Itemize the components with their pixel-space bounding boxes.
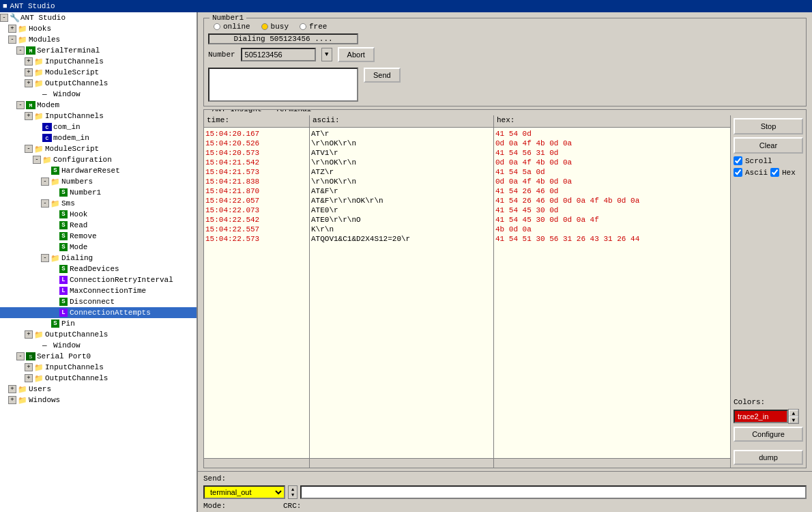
tree-expand-input-channels-2[interactable]: + bbox=[25, 112, 33, 120]
sidebar-item-serial-port0[interactable]: -SSerial Port0 bbox=[0, 351, 197, 362]
tree-expand-windows[interactable]: + bbox=[8, 396, 16, 404]
hex-row: 41 54 26 46 0d bbox=[495, 186, 729, 196]
sidebar-item-windows[interactable]: +📁Windows bbox=[0, 395, 197, 406]
sidebar-item-com-in[interactable]: Ccom_in bbox=[0, 122, 197, 132]
spinner-up[interactable]: ▲ bbox=[789, 410, 798, 416]
tree-label-com-in: com_in bbox=[53, 123, 81, 131]
tree-icon-serial-terminal: M bbox=[26, 46, 35, 55]
send-select-spinner[interactable]: ▲ ▼ bbox=[288, 485, 298, 499]
sidebar-item-window-1[interactable]: —Window bbox=[0, 89, 197, 100]
ascii-header: ascii: bbox=[310, 115, 493, 128]
sidebar-item-mode[interactable]: SMode bbox=[0, 242, 197, 253]
colors-spinner[interactable]: ▲ ▼ bbox=[788, 409, 799, 424]
clear-button[interactable]: Clear bbox=[734, 137, 803, 154]
sidebar-item-module-script-2[interactable]: -📁ModuleScript bbox=[0, 143, 197, 154]
tree-expand-output-channels-1[interactable]: + bbox=[25, 79, 33, 87]
sidebar-item-configuration[interactable]: -📁Configuration bbox=[0, 154, 197, 165]
tree-expand-ant-studio[interactable]: - bbox=[0, 14, 8, 22]
send-select[interactable]: terminal_out bbox=[203, 485, 285, 499]
tree-expand-users[interactable]: + bbox=[8, 385, 16, 393]
busy-label: busy bbox=[271, 23, 289, 31]
sidebar-item-read[interactable]: SRead bbox=[0, 220, 197, 231]
tree-expand-modules[interactable]: - bbox=[8, 35, 16, 44]
tree-label-number1: Number1 bbox=[70, 188, 101, 197]
tree-expand-numbers[interactable]: - bbox=[41, 177, 49, 186]
sidebar-item-input-channels-3[interactable]: +📁InputChannels bbox=[0, 362, 197, 373]
tree-expand-output-channels-3[interactable]: + bbox=[25, 374, 33, 382]
ascii-scrollbar[interactable] bbox=[310, 458, 493, 468]
tree-expand-serial-port0[interactable]: - bbox=[16, 352, 25, 360]
scroll-checkbox[interactable] bbox=[734, 156, 742, 165]
sidebar-item-dialing[interactable]: -📁Dialing bbox=[0, 253, 197, 264]
sidebar-item-hooks[interactable]: +📁Hooks bbox=[0, 23, 197, 34]
spinner-down[interactable]: ▼ bbox=[789, 416, 798, 423]
sidebar-item-modem[interactable]: -MModem bbox=[0, 100, 197, 111]
sidebar-item-serial-terminal[interactable]: -MSerialTerminal bbox=[0, 45, 197, 56]
time-row: 15:04:21.838 bbox=[205, 177, 308, 186]
sidebar-item-connection-attempts[interactable]: LConnectionAttempts bbox=[0, 307, 197, 318]
ascii-checkbox[interactable] bbox=[734, 168, 742, 177]
tree-expand-configuration[interactable]: - bbox=[33, 156, 41, 164]
time-row: 15:04:22.057 bbox=[205, 196, 308, 205]
tree-expand-input-channels-1[interactable]: + bbox=[25, 57, 33, 66]
configure-button[interactable]: Configure bbox=[734, 427, 803, 442]
sidebar-item-input-channels-1[interactable]: +📁InputChannels bbox=[0, 56, 197, 67]
sidebar-item-output-channels-1[interactable]: +📁OutputChannels bbox=[0, 78, 197, 89]
sidebar-item-remove[interactable]: SRemove bbox=[0, 231, 197, 242]
time-scrollbar[interactable] bbox=[204, 458, 309, 468]
sidebar-item-read-devices[interactable]: SReadDevices bbox=[0, 264, 197, 274]
tree-expand-dialing[interactable]: - bbox=[41, 254, 49, 262]
sidebar-item-disconnect[interactable]: SDisconnect bbox=[0, 296, 197, 307]
sidebar-item-max-connection[interactable]: LMaxConnectionTime bbox=[0, 285, 197, 296]
sidebar-item-number1[interactable]: SNumber1 bbox=[0, 187, 197, 198]
dump-button[interactable]: dump bbox=[734, 450, 803, 465]
tree-expand-modem[interactable]: - bbox=[16, 101, 25, 109]
tree-icon-module-script-2: 📁 bbox=[34, 144, 44, 154]
tree-icon-window-2: — bbox=[42, 341, 52, 350]
tree-label-serial-terminal: SerialTerminal bbox=[37, 46, 100, 55]
tree-expand-module-script-1[interactable]: + bbox=[25, 68, 33, 76]
sidebar-item-ant-studio[interactable]: -🔧ANT Studio bbox=[0, 12, 197, 23]
tree-expand-module-script-2[interactable]: - bbox=[25, 145, 33, 153]
sidebar-item-module-script-1[interactable]: +📁ModuleScript bbox=[0, 67, 197, 78]
sidebar-item-numbers[interactable]: -📁Numbers bbox=[0, 176, 197, 187]
sidebar-item-users[interactable]: +📁Users bbox=[0, 384, 197, 395]
sidebar-item-sms[interactable]: -📁Sms bbox=[0, 198, 197, 209]
tree-expand-sms[interactable]: - bbox=[41, 199, 49, 208]
sidebar-item-input-channels-2[interactable]: +📁InputChannels bbox=[0, 111, 197, 122]
sidebar-item-modules[interactable]: -📁Modules bbox=[0, 34, 197, 45]
hex-row: 41 54 5a 0d bbox=[495, 167, 729, 177]
number-dropdown[interactable]: ▼ bbox=[321, 48, 332, 61]
sidebar-item-connection-retry[interactable]: LConnectionRetryInterval bbox=[0, 274, 197, 285]
send-button[interactable]: Send bbox=[364, 68, 401, 83]
abort-button[interactable]: Abort bbox=[338, 47, 375, 62]
tree-expand-input-channels-3[interactable]: + bbox=[25, 363, 33, 371]
ascii-hex-row[interactable]: Ascii Hex bbox=[734, 168, 803, 177]
tree-label-disconnect: Disconnect bbox=[70, 298, 115, 306]
send-text-input[interactable] bbox=[300, 485, 807, 499]
message-textarea[interactable] bbox=[208, 68, 358, 102]
tree-expand-output-channels-2[interactable]: + bbox=[25, 330, 33, 339]
tree-label-read: Read bbox=[70, 221, 87, 229]
tree-icon-number1: S bbox=[59, 188, 68, 197]
scroll-row[interactable]: Scroll bbox=[734, 156, 803, 165]
online-radio[interactable]: online bbox=[214, 23, 250, 31]
tree-icon-mode: S bbox=[59, 242, 68, 252]
sidebar-item-modem-in[interactable]: Cmodem_in bbox=[0, 132, 197, 143]
sidebar-item-output-channels-2[interactable]: +📁OutputChannels bbox=[0, 329, 197, 340]
sidebar-item-window-2[interactable]: —Window bbox=[0, 340, 197, 351]
ascii-row: ATE0\r\r\nO bbox=[311, 215, 492, 225]
tree-expand-serial-terminal[interactable]: - bbox=[16, 46, 25, 55]
sidebar-item-hook[interactable]: SHook bbox=[0, 209, 197, 220]
hex-checkbox[interactable] bbox=[770, 168, 779, 177]
free-radio[interactable]: free bbox=[300, 23, 327, 31]
hex-scrollbar[interactable] bbox=[494, 458, 730, 468]
busy-radio[interactable]: busy bbox=[261, 23, 289, 31]
sidebar-item-output-channels-3[interactable]: +📁OutputChannels bbox=[0, 373, 197, 384]
sidebar-item-pin[interactable]: SPin bbox=[0, 318, 197, 329]
tree-expand-hooks[interactable]: + bbox=[8, 25, 16, 33]
number-input[interactable] bbox=[241, 48, 316, 61]
colors-input[interactable] bbox=[734, 410, 788, 423]
sidebar-item-hardware-reset[interactable]: SHardwareReset bbox=[0, 165, 197, 176]
stop-button[interactable]: Stop bbox=[734, 118, 803, 134]
